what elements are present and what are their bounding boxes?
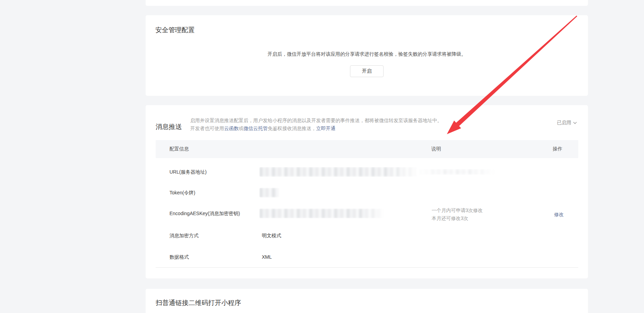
message-push-card: 消息推送 启用并设置消息推送配置后，用户发给小程序的消息以及开发者需要的事件推送…	[146, 105, 588, 278]
aeskey-note-line2: 本月还可修改3次	[432, 215, 468, 222]
cloud-hosting-link[interactable]: 微信云托管	[243, 126, 268, 131]
qr-card-title: 扫普通链接二维码打开小程序	[156, 298, 241, 307]
security-card-title: 安全管理配置	[155, 26, 195, 35]
desc-line2-prefix: 开发者也可使用	[190, 126, 224, 131]
cloud-function-link[interactable]: 云函数	[224, 126, 239, 131]
status-label: 已启用	[557, 120, 571, 126]
security-card-description: 开启后，微信开放平台将对该应用的分享请求进行签名校验，验签失败的分享请求将被降级…	[146, 50, 588, 58]
message-push-title: 消息推送	[156, 122, 182, 131]
config-table: 配置信息 说明 操作 URL(服务器地址) Token(令牌) Encoding…	[156, 140, 578, 268]
security-config-card: 安全管理配置 开启后，微信开放平台将对该应用的分享请求进行签名校验，验签失败的分…	[146, 15, 588, 96]
table-bottom-divider	[156, 267, 578, 268]
page: 安全管理配置 开启后，微信开放平台将对该应用的分享请求进行签名校验，验签失败的分…	[0, 0, 644, 313]
encrypt-mode-label: 消息加密方式	[169, 232, 199, 239]
header-note: 说明	[431, 146, 441, 152]
redacted-url-value	[259, 167, 417, 177]
status-dropdown[interactable]: 已启用	[557, 119, 577, 126]
aeskey-note-line1: 一个月内可申请3次修改	[432, 207, 483, 214]
data-format-label: 数据格式	[169, 254, 189, 260]
enable-button[interactable]: 开启	[350, 65, 384, 77]
desc-line2-or: 或	[239, 126, 243, 131]
header-config-info: 配置信息	[169, 146, 189, 152]
message-push-description-line1: 启用并设置消息推送配置后，用户发给小程序的消息以及开发者需要的事件推送，都将被微…	[190, 117, 442, 125]
header-action: 操作	[553, 146, 562, 152]
redacted-aeskey-value	[259, 209, 384, 218]
desc-line2-suffix: 免鉴权接收消息推送，	[268, 126, 316, 131]
url-label: URL(服务器地址)	[169, 168, 206, 175]
table-header-row: 配置信息 说明 操作	[156, 140, 578, 158]
message-push-description: 启用并设置消息推送配置后，用户发给小程序的消息以及开发者需要的事件推送，都将被微…	[190, 117, 442, 132]
aeskey-label: EncodingAESKey(消息加密密钥)	[169, 210, 240, 217]
encrypt-mode-value: 明文模式	[262, 232, 281, 239]
modify-link[interactable]: 修改	[554, 211, 564, 218]
redacted-url-value-tail	[418, 169, 495, 175]
data-format-value: XML	[262, 254, 272, 260]
activate-now-link[interactable]: 立即开通	[316, 126, 335, 131]
chevron-down-icon	[573, 122, 577, 124]
previous-card-bottom	[146, 0, 588, 6]
token-label: Token(令牌)	[169, 189, 195, 196]
qr-link-card: 扫普通链接二维码打开小程序	[146, 289, 588, 313]
message-push-description-line2: 开发者也可使用云函数或微信云托管免鉴权接收消息推送，立即开通	[190, 125, 442, 132]
redacted-token-value	[259, 188, 279, 197]
